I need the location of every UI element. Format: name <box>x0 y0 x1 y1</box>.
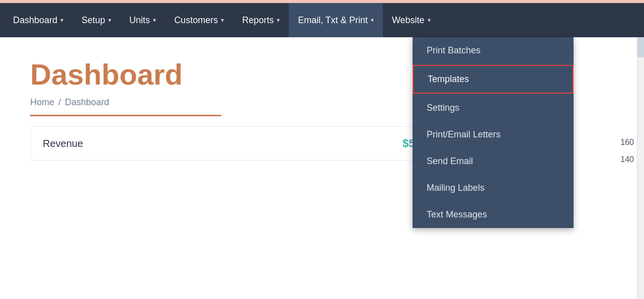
nav-arrow-reports: ▾ <box>277 17 280 24</box>
nav-item-email-txt-print[interactable]: Email, Txt & Print ▾ <box>289 3 383 37</box>
nav-arrow-dashboard: ▾ <box>60 17 63 24</box>
breadcrumb-separator: / <box>58 97 61 108</box>
nav-arrow-customers: ▾ <box>221 17 224 24</box>
nav-item-units[interactable]: Units ▾ <box>120 3 165 37</box>
revenue-card: Revenue $582. <box>30 126 443 161</box>
dropdown-item-text-messages[interactable]: Text Messages <box>413 201 574 228</box>
nav-arrow-email-txt-print: ▾ <box>371 17 374 24</box>
scrollbar[interactable] <box>637 37 644 299</box>
nav-label-website: Website <box>392 15 425 26</box>
nav-label-reports: Reports <box>242 15 274 26</box>
dropdown-menu: Print Batches Templates Settings Print/E… <box>413 37 574 228</box>
nav-label-customers: Customers <box>174 15 218 26</box>
chart-number-140: 140 <box>620 155 634 164</box>
nav-item-customers[interactable]: Customers ▾ <box>165 3 233 37</box>
nav-label-email-txt-print: Email, Txt & Print <box>298 15 368 26</box>
dropdown-item-mailing-labels[interactable]: Mailing Labels <box>413 175 574 201</box>
nav-item-reports[interactable]: Reports ▾ <box>233 3 289 37</box>
dropdown-item-print-batches[interactable]: Print Batches <box>413 37 574 64</box>
scrollbar-thumb[interactable] <box>637 37 644 57</box>
dropdown-item-print-email-letters[interactable]: Print/Email Letters <box>413 121 574 148</box>
nav-item-setup[interactable]: Setup ▾ <box>72 3 120 37</box>
nav-arrow-setup: ▾ <box>108 17 111 24</box>
dropdown-item-templates[interactable]: Templates <box>413 65 574 94</box>
dropdown-item-send-email[interactable]: Send Email <box>413 148 574 175</box>
nav-item-dashboard[interactable]: Dashboard ▾ <box>4 3 72 37</box>
chart-number-160: 160 <box>620 138 634 147</box>
nav-label-dashboard: Dashboard <box>13 15 57 26</box>
navbar: Dashboard ▾ Setup ▾ Units ▾ Customers ▾ … <box>0 3 644 37</box>
nav-item-website[interactable]: Website ▾ <box>383 3 440 37</box>
breadcrumb-home: Home <box>30 97 54 108</box>
dropdown-item-settings[interactable]: Settings <box>413 95 574 121</box>
nav-label-setup: Setup <box>82 15 105 26</box>
breadcrumb: Home / Dashboard <box>30 97 221 116</box>
nav-label-units: Units <box>129 15 150 26</box>
breadcrumb-current: Dashboard <box>65 97 109 108</box>
revenue-label: Revenue <box>43 138 83 150</box>
nav-arrow-units: ▾ <box>153 17 156 24</box>
nav-arrow-website: ▾ <box>428 17 431 24</box>
chart-numbers: 160 140 <box>620 138 634 164</box>
